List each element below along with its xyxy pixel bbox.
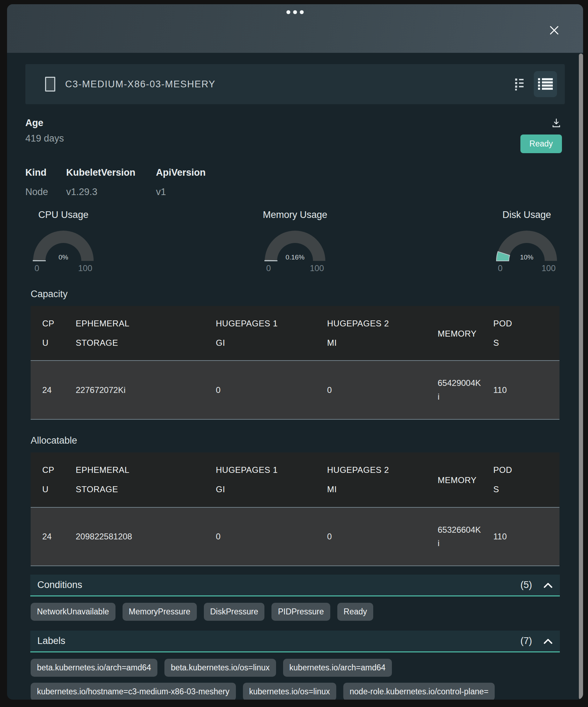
compact-list-icon	[515, 77, 524, 91]
col-hugepages-2mi: HUGEPAGES 2 MI	[327, 460, 393, 499]
kubelet-version-label: KubeletVersion	[66, 167, 156, 178]
gauge-min-label: 0	[498, 263, 502, 273]
col-ephemeral-storage: EPHEMERAL STORAGE	[76, 460, 131, 499]
conditions-count: (5)	[520, 580, 532, 590]
memory-usage-gauge: Memory Usage 0.16% 0 100	[261, 209, 329, 273]
meta-row: Kind Node KubeletVersion v1.29.3 ApiVers…	[25, 167, 565, 198]
capacity-pods: 110	[488, 361, 559, 419]
capacity-heading: Capacity	[31, 289, 559, 300]
col-ephemeral-storage: EPHEMERAL STORAGE	[76, 314, 131, 352]
allocatable-pods: 110	[488, 507, 559, 566]
disk-usage-gauge: Disk Usage 10% 0 100	[493, 209, 561, 273]
allocatable-hugepages-1gi: 0	[210, 507, 321, 566]
label-chip[interactable]: kubernetes.io/hostname=c3-medium-x86-03-…	[31, 683, 236, 700]
download-icon	[551, 118, 562, 129]
api-version-column: ApiVersion v1	[156, 167, 206, 198]
node-details-modal: C3-MEDIUM-X86-03-MESHERY	[7, 4, 583, 700]
col-hugepages-1gi: HUGEPAGES 1 GI	[216, 314, 282, 352]
kind-label: Kind	[25, 167, 66, 178]
node-title-bar: C3-MEDIUM-X86-03-MESHERY	[25, 64, 565, 104]
label-chip[interactable]: kubernetes.io/os=linux	[243, 683, 337, 700]
labels-chips: beta.kubernetes.io/arch=amd64 beta.kuber…	[31, 659, 559, 700]
kind-column: Kind Node	[25, 167, 66, 198]
capacity-hugepages-2mi: 0	[321, 361, 432, 419]
gauge-min-label: 0	[35, 263, 39, 273]
age-block: Age 419 days	[25, 118, 64, 144]
condition-chip[interactable]: NetworkUnavailable	[31, 603, 115, 621]
capacity-cpu: 24	[31, 361, 70, 419]
label-chip[interactable]: kubernetes.io/arch=amd64	[283, 659, 392, 677]
col-pods: PODS	[493, 460, 514, 499]
age-status-row: Age 419 days Ready	[25, 118, 565, 153]
label-chip[interactable]: beta.kubernetes.io/os=linux	[164, 659, 276, 677]
allocatable-data-row: 24 209822581208 0 0 65326604Ki 110	[31, 507, 559, 566]
col-memory: MEMORY	[438, 324, 477, 343]
allocatable-heading: Allocatable	[31, 435, 559, 446]
age-value: 419 days	[25, 133, 64, 144]
api-version-value: v1	[156, 187, 206, 198]
memory-gauge-value: 0.16%	[286, 254, 305, 261]
capacity-table: CPU EPHEMERAL STORAGE HUGEPAGES 1 GI HUG…	[31, 306, 559, 420]
condition-chip[interactable]: PIDPressure	[271, 603, 330, 621]
download-button[interactable]	[551, 118, 562, 130]
label-chip[interactable]: beta.kubernetes.io/arch=amd64	[31, 659, 157, 677]
condition-chip[interactable]: Ready	[337, 603, 373, 621]
scrollbar-thumb[interactable]	[579, 54, 583, 700]
capacity-memory: 65429004Ki	[438, 376, 482, 403]
close-button[interactable]	[547, 23, 561, 37]
allocatable-memory: 65326604Ki	[438, 523, 482, 550]
view-toggle	[512, 71, 557, 97]
capacity-header-row: CPU EPHEMERAL STORAGE HUGEPAGES 1 GI HUG…	[31, 306, 559, 361]
col-cpu: CPU	[42, 314, 58, 352]
kind-value: Node	[25, 187, 66, 198]
labels-title: Labels	[37, 636, 65, 646]
drag-handle-icon[interactable]	[287, 10, 304, 14]
age-label: Age	[25, 118, 64, 129]
close-icon	[548, 24, 561, 37]
cpu-gauge-value: 0%	[58, 254, 68, 261]
disk-gauge-value: 10%	[520, 254, 533, 261]
ready-status-badge: Ready	[520, 134, 562, 153]
capacity-hugepages-1gi: 0	[210, 361, 321, 419]
node-title: C3-MEDIUM-X86-03-MESHERY	[65, 79, 215, 90]
list-view-icon	[538, 78, 553, 90]
labels-section-header[interactable]: Labels (7)	[30, 631, 560, 652]
cpu-gauge-arc: 0%	[30, 228, 97, 262]
allocatable-cpu: 24	[31, 507, 70, 566]
conditions-section-header[interactable]: Conditions (5)	[30, 575, 560, 596]
api-version-label: ApiVersion	[156, 167, 206, 178]
gauge-fill	[33, 261, 45, 261]
col-memory: MEMORY	[438, 470, 477, 490]
cpu-gauge-title: CPU Usage	[38, 209, 89, 220]
label-chip[interactable]: node-role.kubernetes.io/control-plane=	[343, 683, 495, 700]
chevron-up-icon[interactable]	[543, 638, 553, 644]
kubelet-version-column: KubeletVersion v1.29.3	[66, 167, 156, 198]
list-view-button[interactable]	[534, 71, 557, 97]
col-pods: PODS	[493, 314, 514, 352]
conditions-title: Conditions	[37, 580, 82, 590]
allocatable-hugepages-2mi: 0	[321, 507, 432, 566]
gauge-fill	[265, 261, 277, 261]
cpu-usage-gauge: CPU Usage 0% 0 100	[30, 209, 97, 273]
modal-body: C3-MEDIUM-X86-03-MESHERY	[7, 53, 583, 700]
gauge-min-label: 0	[266, 263, 271, 273]
col-cpu: CPU	[42, 460, 58, 499]
status-block: Ready	[520, 118, 562, 153]
modal-header	[7, 4, 583, 53]
col-hugepages-1gi: HUGEPAGES 1 GI	[216, 460, 282, 499]
disk-gauge-title: Disk Usage	[502, 209, 551, 220]
conditions-chips: NetworkUnavailable MemoryPressure DiskPr…	[31, 603, 559, 621]
gauge-max-label: 100	[310, 263, 324, 273]
memory-gauge-title: Memory Usage	[263, 209, 327, 220]
allocatable-ephemeral-storage: 209822581208	[70, 507, 210, 566]
gauge-max-label: 100	[542, 263, 556, 273]
col-hugepages-2mi: HUGEPAGES 2 MI	[327, 314, 393, 352]
compact-view-button[interactable]	[512, 75, 527, 94]
chevron-up-icon[interactable]	[543, 582, 553, 588]
gauges-row: CPU Usage 0% 0 100 Memory Usage 0.16%	[25, 209, 565, 273]
node-checkbox[interactable]	[45, 77, 55, 92]
capacity-ephemeral-storage: 227672072Ki	[70, 361, 210, 419]
condition-chip[interactable]: MemoryPressure	[123, 603, 197, 621]
capacity-data-row: 24 227672072Ki 0 0 65429004Ki 110	[31, 361, 559, 419]
condition-chip[interactable]: DiskPressure	[204, 603, 265, 621]
